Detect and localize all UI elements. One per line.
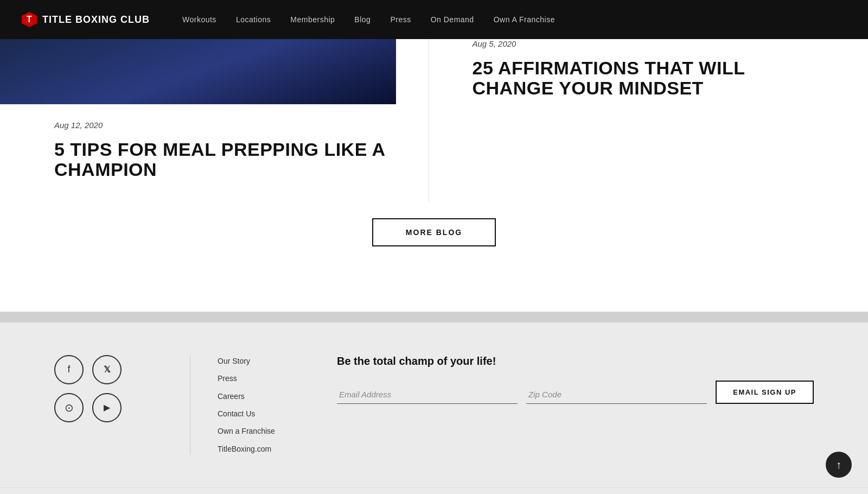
blog-image-left [0, 39, 396, 104]
email-input-wrap [337, 385, 518, 404]
arrow-up-icon: ↑ [836, 459, 841, 471]
email-signup-button[interactable]: EMAIL SIGN UP [716, 381, 814, 404]
zip-input-wrap [526, 385, 707, 404]
footer-separator [0, 312, 868, 322]
email-input[interactable] [337, 385, 518, 404]
blog-date-left: Aug 12, 2020 [54, 121, 396, 130]
nav-workouts[interactable]: Workouts [182, 15, 216, 24]
twitter-icon[interactable]: 𝕏 [92, 355, 122, 384]
footer-upper: f 𝕏 ⊙ ▶ Our Story Press Careers Contact [0, 322, 868, 487]
footer-bottom: © Copyright 2020. TITLE Boxing Club. All… [0, 487, 868, 494]
more-blog-section: MORE BLOG [0, 202, 868, 279]
logo-icon: T [22, 12, 37, 27]
nav-locations[interactable]: Locations [236, 15, 271, 24]
social-row-bottom: ⊙ ▶ [54, 393, 141, 422]
footer-link-careers[interactable]: Careers [218, 390, 304, 402]
instagram-icon[interactable]: ⊙ [54, 393, 84, 422]
nav-blog[interactable]: Blog [354, 15, 371, 24]
blog-card-right: Aug 5, 2020 25 AFFIRMATIONS THAT WILL CH… [429, 39, 869, 202]
youtube-icon[interactable]: ▶ [92, 393, 122, 422]
nav-own-franchise[interactable]: Own a Franchise [494, 15, 555, 24]
blog-card-text-right: Aug 5, 2020 25 AFFIRMATIONS THAT WILL CH… [473, 39, 814, 99]
footer-inner: f 𝕏 ⊙ ▶ Our Story Press Careers Contact [54, 355, 814, 455]
email-signup-area: Be the total champ of your life! EMAIL S… [326, 355, 814, 404]
main-content: Aug 12, 2020 5 TIPS FOR MEAL PREPPING LI… [0, 39, 868, 312]
footer-link-contact[interactable]: Contact Us [218, 408, 304, 420]
blog-title-left: 5 TIPS FOR MEAL PREPPING LIKE A CHAMPION [54, 140, 396, 180]
social-row-top: f 𝕏 [54, 355, 141, 384]
site-header: T TITLE BOXING CLUB Workouts Locations M… [0, 0, 868, 39]
footer-vertical-divider [190, 355, 190, 455]
footer-link-titleboxing[interactable]: TitleBoxing.com [218, 443, 304, 455]
nav-membership[interactable]: Membership [290, 15, 335, 24]
logo-link[interactable]: T TITLE BOXING CLUB [22, 12, 150, 27]
logo-text: TITLE BOXING CLUB [42, 14, 150, 26]
footer-links: Our Story Press Careers Contact Us Own a… [218, 355, 326, 455]
back-to-top-button[interactable]: ↑ [826, 452, 852, 478]
email-signup-title: Be the total champ of your life! [337, 355, 814, 368]
blog-card-left: Aug 12, 2020 5 TIPS FOR MEAL PREPPING LI… [0, 39, 429, 202]
blog-date-right: Aug 5, 2020 [473, 39, 814, 48]
main-nav: Workouts Locations Membership Blog Press… [182, 15, 555, 24]
blog-title-right: 25 AFFIRMATIONS THAT WILL CHANGE YOUR MI… [473, 58, 814, 99]
social-icons-area: f 𝕏 ⊙ ▶ [54, 355, 163, 422]
footer-link-our-story[interactable]: Our Story [218, 355, 304, 367]
nav-press[interactable]: Press [390, 15, 411, 24]
footer-link-franchise[interactable]: Own a Franchise [218, 425, 304, 437]
nav-on-demand[interactable]: On Demand [431, 15, 474, 24]
more-blog-button[interactable]: MORE BLOG [372, 218, 496, 246]
zip-input[interactable] [526, 385, 707, 404]
footer-link-press[interactable]: Press [218, 372, 304, 384]
blog-cards-row: Aug 12, 2020 5 TIPS FOR MEAL PREPPING LI… [0, 39, 868, 202]
blog-card-text-left: Aug 12, 2020 5 TIPS FOR MEAL PREPPING LI… [54, 104, 396, 180]
email-form: EMAIL SIGN UP [337, 381, 814, 404]
facebook-icon[interactable]: f [54, 355, 84, 384]
